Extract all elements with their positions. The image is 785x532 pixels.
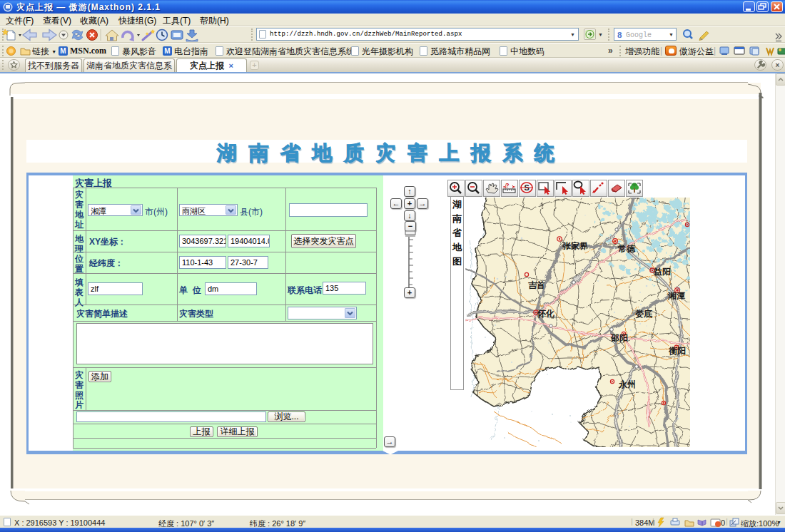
svg-text:永州: 永州 — [618, 379, 636, 389]
svg-text:衡阳: 衡阳 — [668, 346, 686, 356]
svg-text:张家界: 张家界 — [562, 241, 588, 251]
svg-text:邵阳: 邵阳 — [610, 333, 628, 343]
svg-text:益阳: 益阳 — [654, 267, 671, 277]
svg-text:娄底: 娄底 — [635, 309, 652, 319]
svg-text:常德: 常德 — [617, 244, 636, 254]
svg-text:怀化: 怀化 — [537, 309, 554, 319]
svg-text:吉首: 吉首 — [528, 280, 545, 290]
svg-text:湘潭: 湘潭 — [667, 291, 685, 301]
